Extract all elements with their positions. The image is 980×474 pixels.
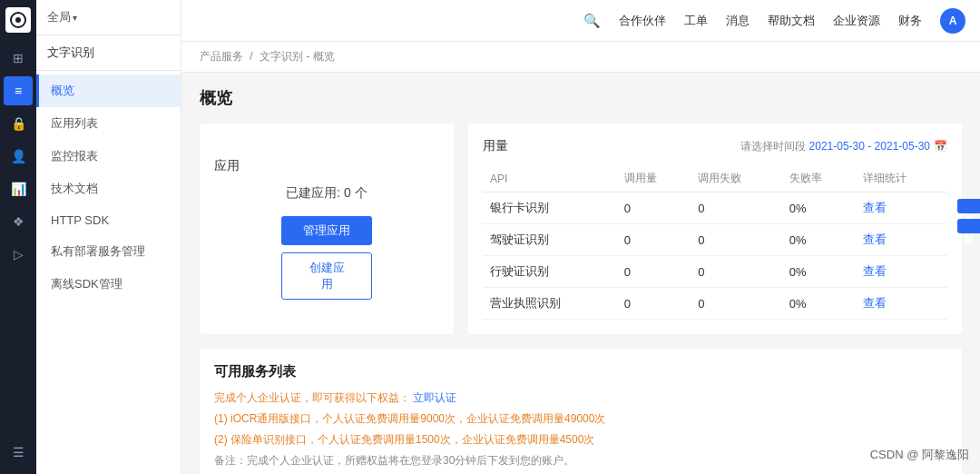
- global-selector[interactable]: 全局 ▾: [47, 9, 77, 25]
- cell-calls-1: 0: [617, 224, 691, 256]
- sidebar: 全局 ▾ 文字识别 概览 应用列表 监控报表 技术文档 HTTP SDK 私有部…: [36, 0, 181, 474]
- sidebar-header: 全局 ▾: [36, 0, 181, 35]
- sidebar-item-private-deploy[interactable]: 私有部署服务管理: [36, 235, 181, 268]
- cell-calls-0: 0: [617, 193, 691, 224]
- breadcrumb-sep: /: [250, 50, 256, 63]
- page-content-area: 产品服务 / 文字识别 - 概览 概览 应用 已建应用: 0 个 管理应用 创建…: [181, 42, 980, 474]
- nav-partner[interactable]: 合作伙伴: [619, 13, 666, 29]
- app-section-label: 应用: [214, 158, 240, 174]
- logo[interactable]: [5, 7, 31, 33]
- main-area: 🔍 合作伙伴 工单 消息 帮助文档 企业资源 财务 A 产品服务 / 文字识别 …: [181, 0, 980, 474]
- sidebar-item-http-sdk[interactable]: HTTP SDK: [36, 205, 181, 235]
- certify-link[interactable]: 立即认证: [413, 391, 456, 404]
- cell-failures-2: 0: [691, 256, 782, 288]
- nav-help-doc[interactable]: 帮助文档: [768, 13, 815, 29]
- sidebar-icon-text[interactable]: ≡: [4, 76, 33, 105]
- detail-link-0[interactable]: 查看: [863, 201, 887, 214]
- cell-rate-3: 0%: [782, 288, 857, 320]
- sidebar-icon-grid[interactable]: ⊞: [4, 44, 33, 73]
- search-icon[interactable]: 🔍: [583, 13, 601, 29]
- table-body: 银行卡识别 0 0 0% 查看 驾驶证识别 0 0 0%: [483, 193, 947, 320]
- cell-calls-2: 0: [617, 256, 691, 288]
- cell-failures-0: 0: [691, 193, 782, 224]
- service-section-title: 可用服务列表: [214, 363, 947, 380]
- sidebar-icon-lock[interactable]: 🔒: [4, 109, 33, 138]
- notice-line2: (1) iOCR通用版接口，个人认证免费调用量9000次，企业认证免费调用量49…: [214, 410, 947, 428]
- page-title: 概览: [200, 87, 962, 109]
- usage-table: API 调用量 调用失败 失败率 详细统计 银行卡识别 0 0: [483, 165, 947, 320]
- chevron-down-icon: ▾: [73, 13, 77, 23]
- notice-line1: 完成个人企业认证，即可获得以下权益： 立即认证: [214, 390, 947, 407]
- cell-api-3: 营业执照识别: [483, 288, 617, 320]
- breadcrumb: 产品服务 / 文字识别 - 概览: [181, 42, 980, 73]
- cell-api-1: 驾驶证识别: [483, 224, 617, 256]
- sidebar-icon-chart[interactable]: 📊: [4, 174, 33, 203]
- detail-link-2[interactable]: 查看: [863, 264, 887, 278]
- cell-rate-1: 0%: [782, 224, 857, 256]
- date-picker[interactable]: 请选择时间段 2021-05-30 - 2021-05-30 📅: [740, 139, 947, 154]
- nav-enterprise[interactable]: 企业资源: [833, 13, 880, 29]
- date-range: 2021-05-30 - 2021-05-30: [809, 140, 930, 153]
- global-label: 全局: [47, 9, 71, 25]
- cell-rate-2: 0%: [782, 256, 857, 288]
- nav-message[interactable]: 消息: [726, 13, 750, 29]
- svg-point-1: [15, 17, 21, 23]
- detail-link-1[interactable]: 查看: [863, 232, 887, 246]
- top-header: 🔍 合作伙伴 工单 消息 帮助文档 企业资源 财务 A: [181, 0, 980, 42]
- left-icon-bar: ⊞ ≡ 🔒 👤 📊 ❖ ▷ ☰: [0, 0, 36, 474]
- sidebar-item-overview[interactable]: 概览: [36, 74, 181, 107]
- manage-app-button[interactable]: 管理应用: [281, 216, 372, 245]
- usage-panel: 用量 请选择时间段 2021-05-30 - 2021-05-30 📅 API …: [468, 123, 962, 334]
- sidebar-app-title: 文字识别: [47, 45, 94, 59]
- table-row: 行驶证识别 0 0 0% 查看: [483, 256, 947, 288]
- table-header: API 调用量 调用失败 失败率 详细统计: [483, 165, 947, 193]
- cell-rate-0: 0%: [782, 193, 857, 224]
- user-avatar[interactable]: A: [940, 8, 965, 34]
- col-api: API: [483, 165, 617, 193]
- create-app-button[interactable]: 创建应用: [281, 252, 372, 300]
- sidebar-icon-face[interactable]: 👤: [4, 142, 33, 171]
- col-rate: 失败率: [782, 165, 857, 193]
- detail-link-3[interactable]: 查看: [863, 296, 887, 310]
- cell-failures-1: 0: [691, 224, 782, 256]
- page-body: 概览 应用 已建应用: 0 个 管理应用 创建应用 用量 请选择时间段: [181, 73, 980, 474]
- sidebar-nav: 概览 应用列表 监控报表 技术文档 HTTP SDK 私有部署服务管理 离线SD…: [36, 71, 181, 304]
- sidebar-item-tech-doc[interactable]: 技术文档: [36, 173, 181, 205]
- sidebar-icon-menu[interactable]: ☰: [4, 438, 33, 467]
- notice-line4: 备注：完成个人企业认证，所赠权益将在您登录30分钟后下发到您的账户。: [214, 453, 947, 469]
- sidebar-item-app-list[interactable]: 应用列表: [36, 107, 181, 140]
- date-label: 请选择时间段: [740, 139, 806, 154]
- cell-calls-3: 0: [617, 288, 691, 320]
- col-failures: 调用失败: [691, 165, 782, 193]
- float-buttons: 反馈 帮助: [957, 199, 980, 233]
- sidebar-icon-play[interactable]: ▷: [4, 240, 33, 269]
- service-section: 可用服务列表 完成个人企业认证，即可获得以下权益： 立即认证 (1) iOCR通…: [200, 349, 962, 474]
- sidebar-item-monitor[interactable]: 监控报表: [36, 140, 181, 173]
- sidebar-icon-nodes[interactable]: ❖: [4, 207, 33, 236]
- usage-section-label: 用量: [483, 138, 508, 154]
- nav-finance[interactable]: 财务: [898, 13, 922, 29]
- table-row: 银行卡识别 0 0 0% 查看: [483, 193, 947, 224]
- nav-ticket[interactable]: 工单: [684, 13, 708, 29]
- col-detail: 详细统计: [856, 165, 947, 193]
- app-panel: 应用 已建应用: 0 个 管理应用 创建应用: [200, 123, 454, 334]
- notice-line3: (2) 保险单识别接口，个人认证免费调用量1500次，企业认证免费调用量4500…: [214, 431, 947, 449]
- table-row: 营业执照识别 0 0 0% 查看: [483, 288, 947, 320]
- breadcrumb-part2: 文字识别 - 概览: [260, 50, 335, 63]
- col-calls: 调用量: [617, 165, 691, 193]
- watermark: CSDN @ 阿黎逸阳: [870, 447, 969, 463]
- breadcrumb-part1: 产品服务: [200, 50, 243, 63]
- sidebar-item-offline-sdk[interactable]: 离线SDK管理: [36, 268, 181, 301]
- cell-failures-3: 0: [691, 288, 782, 320]
- app-count: 已建应用: 0 个: [286, 185, 367, 202]
- calendar-icon: 📅: [934, 140, 947, 153]
- cell-api-0: 银行卡识别: [483, 193, 617, 224]
- float-feedback-button[interactable]: 反馈: [957, 199, 980, 213]
- usage-panel-header: 用量 请选择时间段 2021-05-30 - 2021-05-30 📅: [483, 138, 947, 154]
- cell-api-2: 行驶证识别: [483, 256, 617, 288]
- table-row: 驾驶证识别 0 0 0% 查看: [483, 224, 947, 256]
- two-col-layout: 应用 已建应用: 0 个 管理应用 创建应用 用量 请选择时间段 2021-05…: [200, 123, 962, 334]
- float-help-button[interactable]: 帮助: [957, 219, 980, 233]
